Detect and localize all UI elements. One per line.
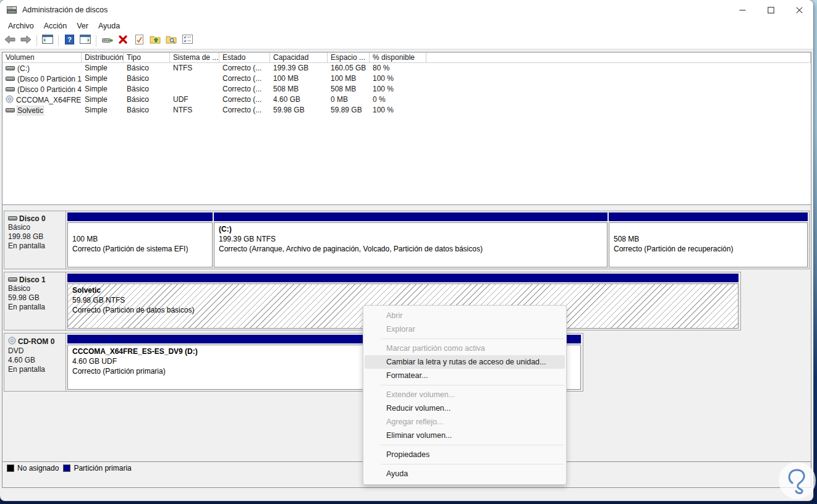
toolbar-task-check-button[interactable] bbox=[132, 33, 146, 48]
context-menu-item-10[interactable]: Eliminar volumen... bbox=[365, 429, 565, 442]
disk-status: En pantalla bbox=[8, 365, 63, 374]
context-menu-item-12[interactable]: Propiedades bbox=[365, 448, 565, 461]
partition-header-bar bbox=[214, 212, 607, 221]
partition[interactable]: 508 MBCorrecto (Partición de recuperació… bbox=[609, 212, 808, 267]
toolbar-folder-up-button[interactable] bbox=[148, 33, 163, 48]
toolbar-delete-button[interactable] bbox=[116, 33, 130, 48]
volume-layout-cell: Simple bbox=[82, 84, 124, 94]
partition-size-fs: 199.39 GB NTFS bbox=[219, 234, 604, 244]
volume-row[interactable]: (Disco 0 Partición 1)SimpleBásicoCorrect… bbox=[2, 74, 811, 84]
context-menu-item-7: Extender volumen... bbox=[365, 388, 565, 401]
column-header-6[interactable]: Espacio ... bbox=[328, 52, 370, 63]
disk-name-text: Disco 0 bbox=[19, 214, 46, 223]
disk-label-panel[interactable]: Disco 0Básico199.98 GBEn pantalla bbox=[4, 211, 66, 269]
volume-fs-cell bbox=[170, 84, 219, 94]
toolbar-show-action-pane-button[interactable] bbox=[78, 33, 93, 48]
legend-item-0: No asignado bbox=[7, 464, 59, 472]
disk-label-panel[interactable]: CD-ROM 0DVD4.60 GBEn pantalla bbox=[4, 334, 66, 391]
toolbar-back-button[interactable] bbox=[2, 33, 17, 48]
context-menu: AbrirExplorarMarcar partición como activ… bbox=[363, 305, 567, 485]
volume-status-cell: Correcto (... bbox=[219, 63, 270, 74]
disk-size: 4.60 GB bbox=[8, 356, 63, 365]
volume-type-cell: Básico bbox=[124, 74, 170, 84]
partition-body[interactable]: 100 MBCorrecto (Partición de sistema EFI… bbox=[67, 222, 213, 267]
volume-filler-cell bbox=[426, 105, 811, 116]
menubar-item-ayuda[interactable]: Ayuda bbox=[93, 20, 125, 32]
column-header-7[interactable]: % disponible bbox=[370, 52, 426, 63]
console-tree-icon bbox=[42, 35, 53, 46]
volume-name: (Disco 0 Partición 4) bbox=[17, 85, 82, 94]
minimize-button[interactable] bbox=[728, 0, 756, 20]
disk-icon bbox=[8, 275, 17, 284]
volume-pct-cell: 100 % bbox=[370, 74, 426, 84]
volume-filler-cell bbox=[426, 74, 811, 84]
back-icon bbox=[4, 35, 15, 46]
partition-size-fs: 100 MB bbox=[72, 234, 210, 244]
volume-filler-cell bbox=[426, 94, 811, 105]
maximize-button[interactable] bbox=[756, 0, 785, 20]
column-header-3[interactable]: Sistema de ... bbox=[170, 52, 219, 63]
context-menu-item-14[interactable]: Ayuda bbox=[365, 467, 565, 481]
toolbar-separator bbox=[36, 35, 37, 46]
menubar-item-archivo[interactable]: Archivo bbox=[3, 20, 39, 32]
volume-status-cell: Correcto (... bbox=[219, 84, 270, 94]
volume-layout-cell: Simple bbox=[82, 105, 124, 116]
column-header-4[interactable]: Estado bbox=[219, 52, 270, 63]
column-header-5[interactable]: Capacidad bbox=[270, 52, 328, 63]
toolbar-console-tree-button[interactable] bbox=[40, 33, 55, 48]
volume-name-cell: Solvetic bbox=[2, 105, 82, 116]
task-check-icon bbox=[135, 35, 144, 47]
column-header-filler bbox=[426, 52, 811, 63]
legend-swatch bbox=[63, 464, 70, 472]
volume-row[interactable]: (Disco 0 Partición 4)SimpleBásicoCorrect… bbox=[2, 84, 811, 94]
volume-free-cell: 100 MB bbox=[328, 74, 370, 84]
volume-row[interactable]: (C:)SimpleBásicoNTFSCorrecto (...199.39 … bbox=[2, 63, 811, 74]
context-menu-item-5[interactable]: Formatear... bbox=[365, 369, 565, 382]
volume-layout-cell: Simple bbox=[82, 63, 124, 74]
column-header-1[interactable]: Distribución bbox=[82, 52, 124, 63]
menubar-item-acción[interactable]: Acción bbox=[39, 20, 72, 32]
legend-label: No asignado bbox=[17, 464, 59, 472]
context-menu-item-4[interactable]: Cambiar la letra y rutas de acceso de un… bbox=[365, 355, 565, 369]
partition-status: Correcto (Partición de recuperación) bbox=[614, 244, 805, 254]
volume-row[interactable]: CCCOMA_X64FRE...SimpleBásicoUDFCorrecto … bbox=[2, 94, 811, 105]
close-button[interactable] bbox=[785, 0, 813, 20]
disk-row-disco-0[interactable]: Disco 0Básico199.98 GBEn pantalla100 MBC… bbox=[4, 211, 810, 269]
folder-search-icon bbox=[166, 35, 177, 46]
volume-table-header: VolumenDistribuciónTipoSistema de ...Est… bbox=[2, 52, 811, 63]
volume-fs-cell: NTFS bbox=[170, 63, 219, 74]
disk-icon bbox=[6, 64, 15, 73]
toolbar-help-button[interactable]: ? bbox=[62, 33, 77, 48]
volume-free-cell: 508 MB bbox=[328, 84, 370, 94]
volume-pct-cell: 80 % bbox=[370, 63, 426, 74]
volume-type-cell: Básico bbox=[124, 94, 170, 105]
context-menu-item-1: Explorar bbox=[365, 322, 565, 336]
volume-capacity-cell: 59.98 GB bbox=[270, 105, 328, 116]
column-header-0[interactable]: Volumen bbox=[2, 52, 82, 63]
toolbar-device-button[interactable] bbox=[99, 33, 114, 48]
partition-name: Solvetic bbox=[72, 285, 735, 295]
disk-name: Disco 1 bbox=[8, 275, 63, 284]
partition[interactable]: (C:)199.39 GB NTFSCorrecto (Arranque, Ar… bbox=[214, 212, 607, 267]
context-menu-item-8[interactable]: Reducir volumen... bbox=[365, 401, 565, 415]
toolbar-folder-search-button[interactable] bbox=[164, 33, 179, 48]
partition-strip: 100 MBCorrecto (Partición de sistema EFI… bbox=[66, 211, 809, 269]
cd-icon bbox=[6, 95, 14, 105]
toolbar-forward-button[interactable] bbox=[19, 33, 33, 48]
column-header-2[interactable]: Tipo bbox=[124, 52, 170, 63]
toolbar-separator bbox=[96, 35, 96, 46]
disk-label-panel[interactable]: Disco 1Básico59.98 GBEn pantalla bbox=[4, 272, 66, 330]
titlebar: Administración de discos bbox=[0, 0, 813, 20]
partition-body[interactable]: 508 MBCorrecto (Partición de recuperació… bbox=[609, 222, 808, 267]
partition-size-fs: 508 MB bbox=[614, 234, 805, 244]
app-icon bbox=[7, 6, 17, 14]
toolbar-separator bbox=[58, 35, 59, 46]
volume-row[interactable]: SolveticSimpleBásicoNTFSCorrecto (...59.… bbox=[2, 105, 811, 116]
partition[interactable]: 100 MBCorrecto (Partición de sistema EFI… bbox=[67, 212, 213, 267]
toolbar-checklist-button[interactable] bbox=[180, 33, 195, 48]
partition-name bbox=[72, 224, 210, 234]
partition-body[interactable]: (C:)199.39 GB NTFSCorrecto (Arranque, Ar… bbox=[214, 222, 607, 267]
volume-free-cell: 0 MB bbox=[328, 94, 370, 105]
menubar-item-ver[interactable]: Ver bbox=[72, 20, 93, 32]
volume-layout-cell: Simple bbox=[82, 74, 124, 84]
